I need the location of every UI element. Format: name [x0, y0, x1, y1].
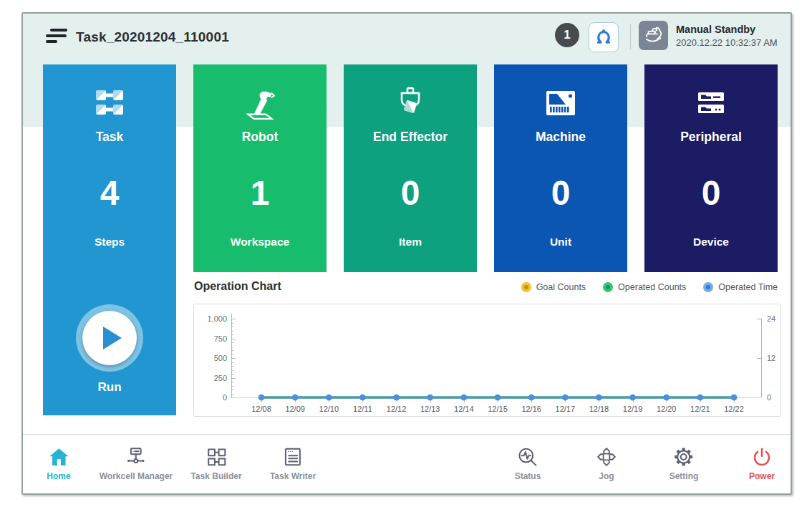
run-button[interactable] [76, 304, 143, 372]
setting-gear-icon [672, 445, 695, 469]
nav-jog[interactable]: Jog [596, 445, 617, 481]
card-title: End Effector [344, 130, 477, 145]
workcell-manager-icon [125, 445, 147, 469]
nav-home[interactable]: Home [47, 445, 70, 481]
card-value: 4 [43, 173, 176, 213]
legend-operated-time: Operated Time [703, 282, 778, 292]
notification-badge: 1 [555, 23, 579, 47]
nav-label: Task Writer [270, 471, 316, 481]
nav-label: Workcell Manager [100, 471, 173, 481]
operation-chart: 02505007501,0000122412/0812/0912/1012/11… [193, 304, 780, 417]
card-value: 1 [193, 173, 327, 213]
nav-setting[interactable]: Setting [670, 445, 699, 481]
card-value: 0 [494, 173, 627, 213]
play-icon [103, 327, 122, 349]
card-title: Task [43, 130, 176, 145]
chart-legend: Goal Counts Operated Counts Operated Tim… [521, 282, 778, 292]
robot-mode-status: Manual Standby [676, 22, 778, 37]
card-title: Peripheral [644, 130, 778, 145]
recovery-button[interactable] [589, 22, 619, 52]
power-icon [751, 445, 773, 469]
nav-power[interactable]: Power [749, 445, 775, 481]
operated-time-dot-icon [703, 282, 713, 292]
card-unit: Device [644, 236, 778, 248]
end-effector-gripper-icon [344, 84, 477, 122]
operated-counts-dot-icon [603, 282, 613, 292]
goal-counts-dot-icon [521, 282, 531, 292]
card-robot[interactable]: Robot 1 Workspace [193, 64, 327, 272]
nav-label: Task Builder [190, 471, 241, 481]
page-title: Task_20201204_110001 [76, 29, 229, 45]
gripper-recovery-icon [594, 28, 613, 47]
card-peripheral[interactable]: Peripheral 0 Device [644, 64, 778, 272]
menu-icon[interactable] [46, 29, 67, 47]
bottom-navbar: Home Workcell Manager [23, 434, 791, 493]
machine-icon [494, 84, 627, 122]
header-divider [630, 24, 631, 49]
nav-label: Power [749, 471, 775, 481]
manual-hand-icon [639, 21, 668, 50]
jog-icon [596, 445, 617, 469]
nav-label: Home [47, 471, 70, 481]
legend-operated-counts: Operated Counts [603, 282, 686, 292]
chart-title: Operation Chart [194, 280, 281, 293]
task-blocks-icon [43, 84, 176, 122]
status-timestamp: 2020.12.22 10:32:37 AM [676, 37, 778, 49]
card-title: Robot [193, 130, 327, 145]
card-value: 0 [344, 173, 477, 213]
peripheral-server-icon [644, 84, 778, 122]
nav-task-writer[interactable]: Task Writer [270, 445, 316, 481]
task-builder-icon [206, 445, 227, 469]
status-icon [517, 445, 538, 469]
run-label: Run [43, 380, 176, 395]
card-unit: Workspace [193, 236, 327, 248]
card-unit: Unit [494, 236, 627, 248]
card-machine[interactable]: Machine 0 Unit [494, 64, 627, 272]
nav-label: Jog [599, 471, 614, 481]
nav-label: Status [515, 471, 541, 481]
home-icon [48, 445, 69, 469]
nav-status[interactable]: Status [515, 445, 541, 481]
app-window: Task_20201204_110001 1 Manual Standby 20… [21, 12, 792, 495]
task-writer-icon [282, 445, 304, 469]
legend-goal-counts: Goal Counts [521, 282, 586, 292]
nav-workcell-manager[interactable]: Workcell Manager [100, 445, 173, 481]
nav-task-builder[interactable]: Task Builder [190, 445, 241, 481]
card-title: Machine [494, 130, 627, 145]
card-end-effector[interactable]: End Effector 0 Item [344, 64, 477, 272]
card-task[interactable]: Task 4 Steps Run [43, 64, 176, 415]
nav-label: Setting [670, 471, 699, 481]
robot-arm-icon [193, 84, 327, 122]
card-value: 0 [644, 173, 778, 213]
card-unit: Steps [43, 236, 176, 248]
card-unit: Item [344, 236, 477, 248]
